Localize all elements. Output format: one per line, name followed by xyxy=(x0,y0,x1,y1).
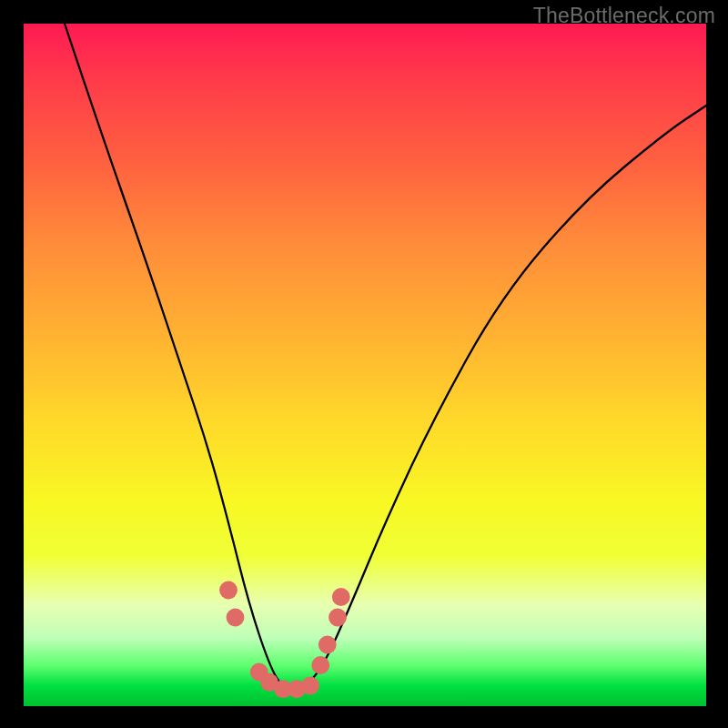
chart-container: TheBottleneck.com xyxy=(0,0,728,728)
svg-point-1 xyxy=(227,609,245,627)
curve-line xyxy=(65,24,706,689)
curve-markers xyxy=(219,581,350,699)
svg-point-6 xyxy=(301,677,319,695)
svg-point-7 xyxy=(311,656,329,674)
svg-point-9 xyxy=(329,609,347,627)
chart-svg xyxy=(24,24,706,706)
svg-point-8 xyxy=(318,636,337,654)
svg-point-0 xyxy=(219,581,238,600)
svg-point-10 xyxy=(332,588,350,606)
plot-area xyxy=(24,24,706,706)
